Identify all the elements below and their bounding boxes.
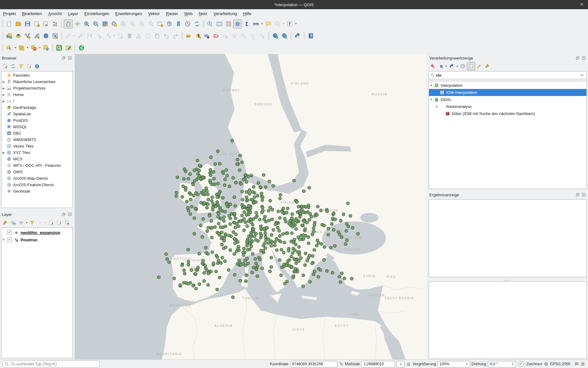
browser-item-projektverzeichnis[interactable]: ▶Projektverzeichnis <box>2 85 73 91</box>
zoom-next-button[interactable] <box>146 19 156 29</box>
highlight-pinned-labels-button[interactable]: abc <box>212 31 221 40</box>
menu-layer[interactable]: Layer <box>65 9 81 18</box>
python-scripts-button[interactable] <box>448 62 456 70</box>
browser-add-selected-layers-button[interactable] <box>1 62 9 70</box>
pan-map-button[interactable] <box>64 19 73 29</box>
processing-tree-item-rasteranalyse[interactable]: ▼Rasteranalyse <box>429 103 586 110</box>
pin-unpin-labels-button[interactable] <box>221 31 230 40</box>
select-by-location-button[interactable] <box>41 43 51 52</box>
undo-button[interactable] <box>162 31 171 40</box>
browser-item-geopackage[interactable]: GeoPackage <box>2 104 73 111</box>
new-virtual-layer-button[interactable] <box>41 31 51 40</box>
browser-item-db2[interactable]: DB2DB2 <box>2 130 73 136</box>
show-statistics-button[interactable]: Σ <box>242 19 251 29</box>
browser-undock-button[interactable] <box>61 56 66 60</box>
clear-search-icon[interactable] <box>580 73 585 78</box>
open-project-button[interactable] <box>14 19 23 29</box>
zoom-to-layer-button[interactable] <box>110 19 119 29</box>
help-contents-button[interactable]: ? <box>306 31 315 40</box>
browser-collapse-all-button[interactable] <box>25 62 33 70</box>
layout-manager-button[interactable] <box>41 19 51 29</box>
new-temporary-scratch-layer-button[interactable] <box>51 31 60 40</box>
processing-tree-item-gitter-idw-mit-suche-des-n-chsten-nachbarn-[interactable]: Gitter (IDW mit Suche des nächsten Nachb… <box>429 110 586 117</box>
zoom-last-button[interactable] <box>137 19 146 29</box>
zoom-to-selection-button[interactable] <box>119 19 128 29</box>
results-undock-button[interactable] <box>575 192 580 197</box>
layer-visibility-checkbox[interactable]: ✓ <box>7 230 12 235</box>
toolbar-grip[interactable] <box>202 20 205 28</box>
toolbar-grip[interactable] <box>181 32 183 40</box>
temporal-controller-button[interactable] <box>183 19 192 29</box>
browser-item-wcs[interactable]: WCS <box>2 156 73 162</box>
metasearch-add-service-button[interactable] <box>271 31 280 40</box>
vertex-tool-dropdown[interactable]: ▼ <box>113 31 116 40</box>
toolbar-grip[interactable] <box>61 20 63 28</box>
r-scripts-dropdown[interactable]: ▼ <box>445 62 448 71</box>
spatial-bookmarks-button[interactable] <box>174 19 183 29</box>
cut-features-button[interactable] <box>134 31 143 40</box>
deselect-all-button[interactable] <box>29 43 38 52</box>
osm-edit-plugin-button[interactable] <box>64 43 73 52</box>
map-canvas[interactable]: NORWAYSWEDENFINLANDRUSSIANorth SeaPOLAND… <box>75 54 426 359</box>
current-edits-button[interactable] <box>64 31 73 40</box>
layer-panel-close-button[interactable] <box>67 212 72 217</box>
layer-item-neolithic_expansion[interactable]: ✓neolithic_expansion <box>2 229 73 236</box>
browser-item-home[interactable]: ▶Home <box>2 91 73 98</box>
toolbar-grip[interactable] <box>268 32 270 40</box>
processing-history-button[interactable] <box>459 62 467 70</box>
select-features-dropdown[interactable]: ▼ <box>14 43 17 52</box>
options-edit-button[interactable] <box>475 62 483 70</box>
metasearch-button[interactable] <box>280 31 289 40</box>
extent-tracking-icon[interactable] <box>339 362 344 366</box>
menu-vektor[interactable]: Vektor <box>145 9 163 18</box>
open-attribute-table-button[interactable] <box>215 19 224 29</box>
messages-icon[interactable] <box>574 362 579 366</box>
news-icon[interactable] <box>581 362 586 366</box>
style-manager-button[interactable] <box>51 19 60 29</box>
window-close-button[interactable]: ✕ <box>580 2 584 7</box>
edit-features-in-place-button[interactable] <box>467 62 475 71</box>
crs-value[interactable]: EPSG:2056 <box>550 362 570 366</box>
copy-features-button[interactable] <box>143 31 153 40</box>
collapse-all-button[interactable] <box>55 219 63 227</box>
toolbar-grip[interactable] <box>61 32 63 40</box>
processing-toolbox-button[interactable] <box>233 19 242 29</box>
menu-hilfe[interactable]: Hilfe <box>240 9 254 18</box>
identify-features-button[interactable]: i <box>205 19 215 29</box>
menu-raster[interactable]: Raster <box>163 9 181 18</box>
browser-item-mssql[interactable]: MSSQL <box>2 124 73 130</box>
filter-by-expression-button[interactable]: ε <box>36 219 44 227</box>
processing-tree-item-gdal[interactable]: ▼GDALGDAL <box>429 96 586 103</box>
new-map-view-button[interactable] <box>156 19 165 29</box>
layer-panel-undock-button[interactable] <box>61 212 66 217</box>
select-by-form-button[interactable] <box>17 43 26 52</box>
layer-labeling-button[interactable]: abc <box>184 31 193 40</box>
data-source-manager-button[interactable] <box>5 31 14 40</box>
processing-options-button[interactable] <box>483 62 491 70</box>
select-by-form-dropdown[interactable]: ▼ <box>26 43 29 52</box>
new-3d-map-view-button[interactable] <box>165 19 174 29</box>
browser-item-favoriten[interactable]: Favoriten <box>2 72 73 79</box>
scale-combo-dropdown[interactable]: ▼ <box>397 361 405 367</box>
browser-item-wms-wmts[interactable]: WMS/WMTS <box>2 136 73 143</box>
browser-item-ows[interactable]: OWS <box>2 169 73 175</box>
new-spatialite-layer-button[interactable] <box>32 31 41 40</box>
processing-search-box[interactable]: idw <box>429 71 587 79</box>
results-close-button[interactable] <box>581 192 586 197</box>
measure-line-button[interactable] <box>251 19 261 29</box>
save-layer-edits-button[interactable] <box>85 31 94 40</box>
measure-line-dropdown[interactable]: ▼ <box>261 19 264 29</box>
change-label-button[interactable] <box>258 31 267 40</box>
show-hide-labels-button[interactable] <box>230 31 239 40</box>
modify-attributes-button[interactable] <box>116 31 125 40</box>
processing-close-button[interactable] <box>581 56 586 60</box>
processing-undock-button[interactable] <box>575 56 580 60</box>
map-tips-button[interactable] <box>264 19 273 29</box>
browser-filter-button[interactable] <box>17 62 25 70</box>
menu-ansicht[interactable]: Ansicht <box>45 9 65 18</box>
python-console-button[interactable] <box>293 31 302 40</box>
new-project-button[interactable] <box>5 19 14 29</box>
layer-diagram-button[interactable] <box>193 31 202 40</box>
add-point-feature-button[interactable] <box>94 31 104 40</box>
layer-visibility-checkbox[interactable]: ✓ <box>7 237 12 242</box>
